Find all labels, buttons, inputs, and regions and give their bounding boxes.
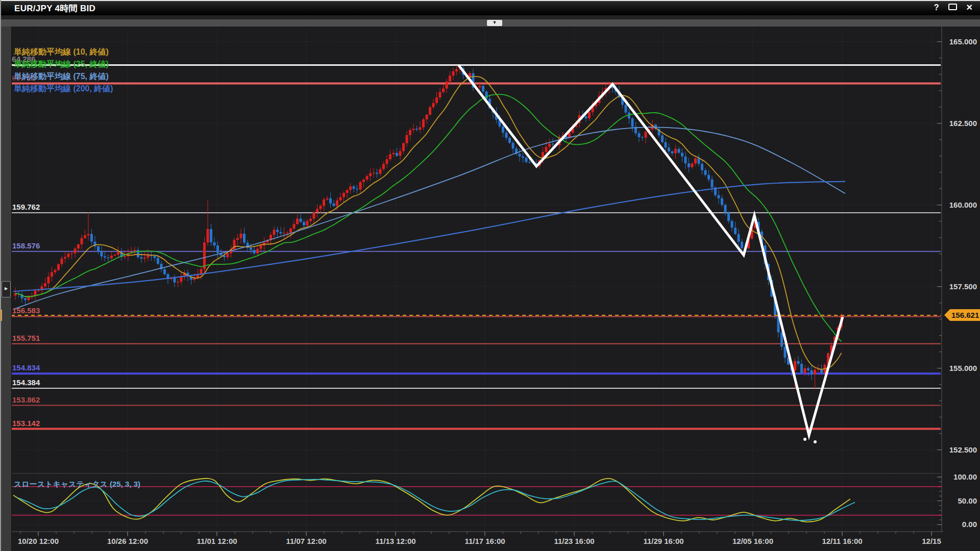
title-bar[interactable]: EUR/JPY 4時間 BID ? ✕	[0, 0, 980, 15]
x-axis-tick-label: 11/07 12:00	[286, 537, 326, 545]
help-button[interactable]: ?	[934, 0, 939, 15]
legend-item-ma25: 単純移動平均線 (25, 終値)	[14, 59, 109, 70]
price-line-label: 153.142	[12, 419, 40, 428]
x-axis-tick-label: 11/17 16:00	[464, 537, 505, 545]
stoch-axis-label: 100.00	[945, 472, 977, 481]
stoch-axis-label: 50.00	[945, 496, 977, 505]
price-line-label: 154.834	[12, 363, 40, 372]
toolbar-collapse-button[interactable]: ▼	[487, 20, 502, 26]
x-axis-tick-label: 10/20 12:00	[18, 537, 59, 545]
price-line-label: 158.576	[12, 241, 40, 250]
left-panel-gutter: ▶	[0, 27, 12, 551]
price-line-label: 153.862	[12, 395, 40, 404]
price-axis-label: 165.000	[945, 37, 977, 46]
current-price-tag: 156.621	[944, 309, 980, 321]
x-axis-tick-label: 12/05 16:00	[732, 537, 773, 545]
panel-expand-button[interactable]: ▶	[2, 281, 11, 297]
price-axis-label: 160.000	[945, 201, 977, 209]
legend-item-ma75: 単純移動平均線 (75, 終値)	[14, 71, 109, 82]
chart-window: EUR/JPY 4時間 BID ? ✕ ▼ ▶ 10/20 12:0010/26…	[0, 0, 980, 551]
price-line-label: 159.762	[12, 203, 40, 211]
x-axis-tick-label: 12/15	[922, 537, 941, 545]
x-axis-tick-label: 12/11 16:00	[822, 537, 862, 545]
x-axis-tick-label: 10/26 12:00	[107, 537, 148, 545]
price-axis-label: 157.500	[945, 282, 977, 291]
window-title: EUR/JPY 4時間 BID	[14, 3, 95, 14]
price-axis-label: 152.500	[945, 445, 977, 454]
toolbar-spacer	[0, 15, 980, 19]
window-border-top	[0, 0, 980, 1]
x-axis-tick-label: 11/01 12:00	[197, 537, 237, 545]
stoch-axis-label: 0.00	[945, 520, 977, 529]
maximize-icon	[948, 4, 957, 10]
price-axis-label: 155.000	[945, 364, 977, 372]
window-border-left	[0, 0, 1, 551]
legend-item-ma10: 単純移動平均線 (10, 終値)	[14, 47, 109, 58]
close-button[interactable]: ✕	[966, 0, 973, 15]
x-axis-tick-label: 11/23 16:00	[554, 537, 594, 545]
price-line-label: 155.751	[12, 334, 40, 342]
price-line-label: 156.583	[12, 306, 40, 315]
stochastic-label: スローストキャスティクス (25, 3, 3)	[14, 480, 140, 489]
price-axis-label: 162.500	[945, 119, 977, 128]
maximize-button[interactable]	[948, 0, 957, 15]
chart-canvas[interactable]	[0, 0, 980, 551]
x-axis-tick-label: 11/13 12:00	[375, 537, 415, 545]
x-axis-tick-label: 11/29 16:00	[643, 537, 683, 545]
price-line-label: 154.384	[12, 378, 40, 387]
legend-item-ma200: 単純移動平均線 (200, 終値)	[14, 84, 113, 94]
